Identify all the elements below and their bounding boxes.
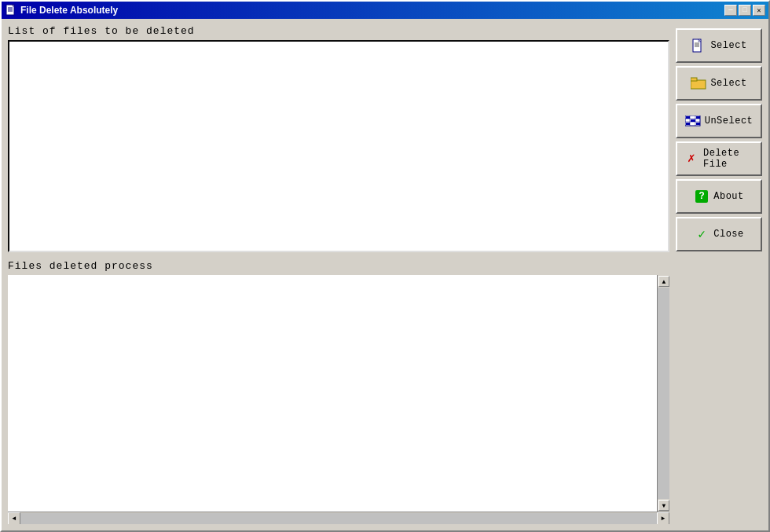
select-folder-label: Select xyxy=(710,78,746,89)
scroll-right-btn[interactable]: ► xyxy=(657,512,669,525)
main-window: File Delete Absolutely ─ □ ✕ List of fil… xyxy=(0,0,770,532)
unselect-label: UnSelect xyxy=(705,116,754,127)
svg-rect-17 xyxy=(686,116,690,119)
files-list-label: List of files to be deleted xyxy=(8,25,669,37)
process-section: Files deleted process ▲ ▼ ◄ ► xyxy=(8,260,669,524)
delete-file-label: Delete File xyxy=(703,148,754,170)
title-bar: File Delete Absolutely ─ □ ✕ xyxy=(2,2,768,19)
delete-file-button[interactable]: ✗ Delete File xyxy=(676,141,762,176)
file-icon xyxy=(691,38,706,53)
process-label: Files deleted process xyxy=(8,260,669,272)
main-panel: List of files to be deleted Files delete… xyxy=(8,25,669,524)
folder-icon xyxy=(691,75,706,91)
grid-icon xyxy=(685,113,701,129)
files-section: List of files to be deleted xyxy=(8,25,669,252)
scroll-track xyxy=(658,288,669,499)
svg-rect-10 xyxy=(691,80,706,89)
check-icon: ✓ xyxy=(694,226,710,242)
hscroll-track xyxy=(20,513,657,524)
process-list-box[interactable] xyxy=(8,275,657,512)
about-label: About xyxy=(713,191,744,202)
scroll-left-btn[interactable]: ◄ xyxy=(8,512,20,525)
unselect-button[interactable]: UnSelect xyxy=(676,104,762,138)
select-file-label: Select xyxy=(710,40,746,51)
select-file-button[interactable]: Select xyxy=(676,28,762,63)
scroll-down-btn[interactable]: ▼ xyxy=(658,500,669,511)
about-button[interactable]: ? About xyxy=(676,179,762,214)
close-button[interactable]: ✓ Close xyxy=(676,217,762,251)
process-vscrollbar[interactable]: ▲ ▼ xyxy=(657,275,669,512)
question-icon: ? xyxy=(694,189,710,204)
scroll-up-btn[interactable]: ▲ xyxy=(658,276,669,287)
svg-rect-20 xyxy=(686,123,690,125)
select-folder-button[interactable]: Select xyxy=(676,66,762,101)
minimize-button[interactable]: ─ xyxy=(724,5,737,16)
files-list-box[interactable] xyxy=(8,40,669,252)
close-window-button[interactable]: ✕ xyxy=(753,5,765,16)
window-icon xyxy=(5,4,17,17)
svg-rect-19 xyxy=(691,119,695,122)
svg-rect-18 xyxy=(696,116,700,119)
close-label: Close xyxy=(713,229,744,240)
content-area: List of files to be deleted Files delete… xyxy=(2,19,768,530)
title-bar-buttons: ─ □ ✕ xyxy=(724,5,765,16)
window-title: File Delete Absolutely xyxy=(20,5,721,16)
process-hscrollbar[interactable]: ◄ ► xyxy=(8,512,669,524)
x-icon: ✗ xyxy=(684,151,699,167)
process-box-wrapper: ▲ ▼ xyxy=(8,275,669,512)
restore-button[interactable]: □ xyxy=(739,5,751,16)
side-panel: Select Select xyxy=(676,25,762,524)
svg-rect-21 xyxy=(696,123,700,125)
svg-rect-11 xyxy=(691,78,697,81)
